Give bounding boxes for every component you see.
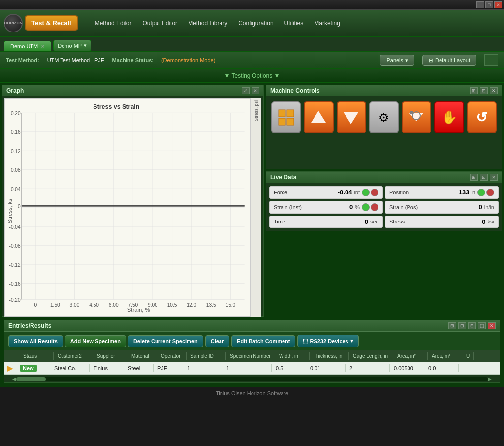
- strain-inst-red-btn[interactable]: [371, 203, 378, 211]
- scrollbar-track[interactable]: [16, 377, 488, 381]
- graph-expand-button[interactable]: ⤢: [242, 87, 250, 94]
- machine-down-button[interactable]: [337, 101, 366, 133]
- ep-btn2[interactable]: ⊡: [458, 322, 466, 329]
- svg-text:9.00: 9.00: [148, 302, 158, 308]
- horizon-logo-text: HORIZON: [4, 21, 23, 25]
- menu-item-method-editor[interactable]: Method Editor: [90, 17, 137, 30]
- entries-panel-title: Entries/Results: [8, 322, 51, 329]
- td-status: New: [16, 364, 50, 372]
- svg-text:0.08: 0.08: [11, 167, 21, 173]
- strain-inst-unit: %: [355, 204, 360, 210]
- machine-stop-button[interactable]: ✋: [434, 101, 464, 133]
- th-thickness: Thickness, in: [310, 352, 349, 360]
- td-sample-id: 1: [183, 364, 222, 372]
- time-unit: sec: [370, 219, 378, 224]
- table-row[interactable]: ▶ New Steel Co. Tinius Steel PJF 1 1 0.5…: [4, 362, 500, 375]
- position-unit: in: [471, 190, 475, 195]
- mc-btn2[interactable]: ⊡: [480, 87, 488, 94]
- menu-item-configuration[interactable]: Configuration: [233, 17, 278, 30]
- menu-item-method-library[interactable]: Method Library: [183, 17, 232, 30]
- strain-pos-unit: in/in: [484, 204, 494, 210]
- maximize-button[interactable]: □: [485, 1, 493, 8]
- show-all-results-button[interactable]: Show All Results: [8, 335, 63, 347]
- tab-demo-mp-label: Demo MP: [58, 43, 82, 49]
- tab-demo-utm-close[interactable]: ✕: [41, 44, 45, 49]
- scroll-right-button[interactable]: ▶: [488, 376, 492, 382]
- ep-btn3[interactable]: ⊟: [468, 322, 476, 329]
- scroll-left-button[interactable]: ◀: [12, 376, 16, 382]
- default-layout-button[interactable]: ⊞ Default Layout: [422, 55, 476, 66]
- machine-status-value: (Demonstration Mode): [161, 57, 215, 63]
- strain-inst-green-btn[interactable]: [362, 203, 370, 211]
- mc-btn1[interactable]: ⊞: [470, 87, 478, 94]
- machine-dl-button[interactable]: [402, 101, 431, 133]
- horizon-logo: HORIZON: [4, 14, 23, 32]
- ep-btn4[interactable]: ⬚: [478, 322, 486, 329]
- force-label: Force: [274, 190, 336, 195]
- position-green-btn[interactable]: [477, 189, 485, 196]
- position-value: 133: [459, 189, 470, 196]
- menu-item-marketing[interactable]: Marketing: [309, 17, 345, 30]
- entries-table-body: ▶ New Steel Co. Tinius Steel PJF 1 1 0.5…: [4, 362, 500, 375]
- menu-item-output-editor[interactable]: Output Editor: [137, 17, 182, 30]
- ld-btn2[interactable]: ⊡: [480, 174, 488, 181]
- machine-controls-title: Machine Controls: [270, 87, 320, 94]
- edit-batch-comment-button[interactable]: Edit Batch Comment: [231, 335, 295, 347]
- ep-close-button[interactable]: ✕: [488, 322, 496, 329]
- svg-text:-0.08: -0.08: [9, 243, 21, 249]
- force-green-btn[interactable]: [362, 189, 370, 196]
- strain-pos-label: Strain (Pos): [389, 204, 477, 210]
- machine-up-button[interactable]: [304, 101, 333, 133]
- live-data-force: Force -0.04 lbf: [269, 186, 383, 199]
- td-area-in2: 0.00500: [390, 364, 424, 372]
- position-red-btn[interactable]: [486, 189, 494, 196]
- td-supplier: Tinius: [90, 364, 124, 372]
- main-content: Graph ⤢ ✕ Stress vs Strain Stress, ksi S…: [0, 83, 504, 319]
- delete-current-specimen-button[interactable]: Delete Current Specimen: [128, 335, 203, 347]
- tab-demo-mp[interactable]: Demo MP ▾: [53, 40, 91, 51]
- rs232-dropdown-icon: ▾: [350, 338, 353, 344]
- live-data-title: Live Data: [270, 174, 296, 181]
- force-indicators: [362, 189, 378, 196]
- scrollbar-thumb[interactable]: [16, 377, 46, 381]
- entries-panel: Entries/Results ⊞ ⊡ ⊟ ⬚ ✕ Show All Resul…: [4, 320, 500, 383]
- horizontal-scrollbar[interactable]: ◀ ▶: [4, 375, 500, 382]
- entries-section: Entries/Results ⊞ ⊡ ⊟ ⬚ ✕ Show All Resul…: [0, 319, 504, 387]
- live-data-position: Position 133 in: [385, 186, 499, 199]
- testing-options-bar[interactable]: ▼ Testing Options ▼: [0, 69, 504, 83]
- tab-demo-utm[interactable]: Demo UTM ✕: [4, 41, 51, 51]
- strain-inst-value: 0: [349, 203, 353, 211]
- tab-demo-mp-dropdown-icon: ▾: [84, 42, 87, 49]
- svg-text:3.00: 3.00: [70, 302, 80, 308]
- graph-close-button[interactable]: ✕: [252, 87, 259, 94]
- td-width: 0.5: [272, 364, 306, 372]
- default-layout-icon: ⊞: [429, 57, 433, 64]
- machine-g-button[interactable]: ↺: [467, 101, 497, 133]
- minimize-button[interactable]: —: [476, 1, 484, 8]
- default-layout-label: Default Layout: [435, 57, 470, 63]
- svg-text:15.0: 15.0: [225, 302, 235, 308]
- panels-button[interactable]: Panels ▾: [380, 55, 414, 66]
- right-axis-panel: Stress, psi: [251, 98, 261, 317]
- rs232-devices-button[interactable]: ⬚ RS232 Devices ▾: [297, 335, 358, 347]
- ld-btn1[interactable]: ⊞: [470, 174, 478, 181]
- ld-close-button[interactable]: ✕: [490, 174, 498, 181]
- th-supplier: Supplier: [93, 352, 127, 360]
- test-recall-button[interactable]: Test & Recall: [25, 15, 78, 31]
- mc-close-button[interactable]: ✕: [490, 87, 498, 94]
- svg-text:7.50: 7.50: [128, 302, 138, 308]
- add-new-specimen-button[interactable]: Add New Specimen: [65, 335, 126, 347]
- clear-button[interactable]: Clear: [205, 335, 230, 347]
- force-red-btn[interactable]: [371, 189, 378, 196]
- machine-gear-button[interactable]: ⚙: [369, 101, 399, 133]
- svg-text:10.5: 10.5: [167, 302, 177, 308]
- ep-btn1[interactable]: ⊞: [448, 322, 456, 329]
- menu-item-utilities[interactable]: Utilities: [280, 17, 309, 30]
- layout-extra-button[interactable]: [484, 54, 498, 66]
- svg-rect-50: [279, 110, 285, 117]
- machine-grid-button[interactable]: [271, 101, 301, 133]
- close-button[interactable]: ✕: [494, 1, 502, 8]
- th-area-m2: Area, m²: [428, 352, 462, 360]
- machine-status-label: Machine Status:: [112, 57, 154, 63]
- time-value: 0: [365, 218, 368, 225]
